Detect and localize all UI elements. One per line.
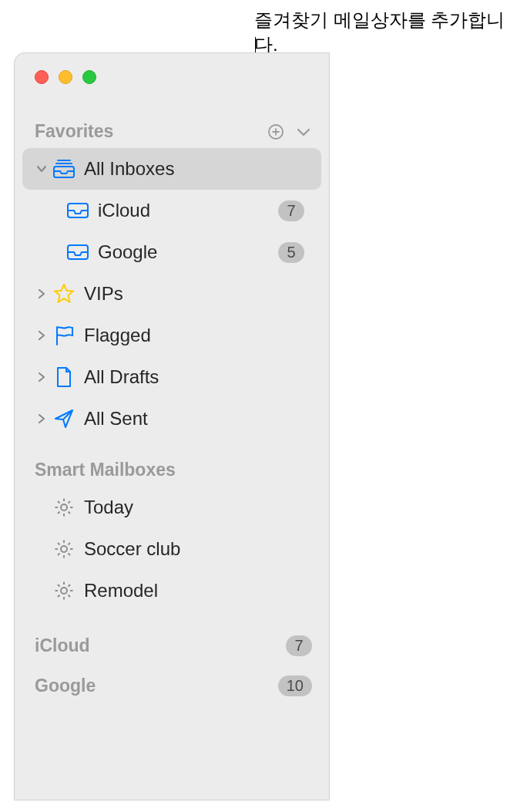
mail-sidebar-window: Favorites <box>14 52 330 800</box>
chevron-down-icon <box>37 165 46 173</box>
fullscreen-window-button[interactable] <box>82 70 96 84</box>
sidebar-item-label: Google <box>98 241 278 263</box>
sidebar-item-label: Soccer club <box>84 538 304 560</box>
unread-badge: 5 <box>278 242 304 263</box>
close-window-button[interactable] <box>35 70 49 84</box>
star-icon <box>50 283 78 305</box>
smart-mailboxes-header: Smart Mailboxes <box>15 453 329 487</box>
minimize-window-button[interactable] <box>59 70 72 84</box>
svg-point-26 <box>61 588 67 594</box>
favorites-title: Favorites <box>35 121 113 142</box>
sidebar-item-flagged[interactable]: Flagged <box>22 315 321 356</box>
svg-point-8 <box>61 504 67 510</box>
unread-badge: 7 <box>278 200 304 221</box>
svg-line-32 <box>69 595 71 598</box>
svg-line-24 <box>69 543 71 545</box>
sidebar: Favorites <box>15 84 329 706</box>
sidebar-item-all-sent[interactable]: All Sent <box>22 398 321 440</box>
gear-icon <box>50 539 78 559</box>
gear-icon <box>50 497 78 517</box>
sidebar-item-label: Remodel <box>84 580 304 601</box>
svg-line-14 <box>69 512 71 514</box>
callout-text: 즐겨찾기 메일상자를 추가합니다. <box>254 8 527 57</box>
sidebar-item-label: All Drafts <box>84 366 304 388</box>
account-icloud[interactable]: iCloud 7 <box>15 625 329 665</box>
svg-line-34 <box>58 595 60 598</box>
sidebar-item-label: All Sent <box>84 408 304 430</box>
svg-line-25 <box>58 554 60 556</box>
svg-point-17 <box>61 546 67 552</box>
chevron-down-icon <box>297 127 310 136</box>
svg-line-15 <box>69 501 71 504</box>
add-favorite-button[interactable] <box>266 122 286 142</box>
svg-line-13 <box>58 501 60 504</box>
sidebar-item-all-inboxes[interactable]: All Inboxes <box>22 148 321 190</box>
document-icon <box>50 366 78 388</box>
account-google[interactable]: Google 10 <box>15 665 329 706</box>
gear-icon <box>50 581 78 601</box>
window-controls <box>15 53 329 84</box>
sidebar-item-google-inbox[interactable]: Google 5 <box>22 231 321 273</box>
favorites-header: Favorites <box>15 115 329 148</box>
disclosure-toggle[interactable] <box>33 289 50 298</box>
sidebar-item-label: Flagged <box>84 325 304 346</box>
svg-line-22 <box>58 543 60 545</box>
account-label: iCloud <box>35 635 286 656</box>
sidebar-item-label: Today <box>84 497 304 518</box>
sidebar-item-all-drafts[interactable]: All Drafts <box>22 356 321 398</box>
sidebar-item-icloud-inbox[interactable]: iCloud 7 <box>22 190 321 231</box>
sidebar-item-today[interactable]: Today <box>22 487 321 528</box>
unread-badge: 7 <box>286 635 312 656</box>
svg-line-23 <box>69 554 71 556</box>
chevron-right-icon <box>38 331 45 340</box>
favorites-chevron-button[interactable] <box>294 122 314 142</box>
disclosure-toggle[interactable] <box>33 165 50 173</box>
disclosure-toggle[interactable] <box>33 331 50 340</box>
inbox-icon <box>64 202 92 219</box>
disclosure-toggle[interactable] <box>33 372 50 382</box>
chevron-right-icon <box>38 289 45 298</box>
sidebar-item-remodel[interactable]: Remodel <box>22 570 321 612</box>
sidebar-item-vips[interactable]: VIPs <box>22 273 321 315</box>
disclosure-toggle[interactable] <box>33 414 50 423</box>
chevron-right-icon <box>38 414 45 423</box>
sidebar-item-label: All Inboxes <box>84 158 304 180</box>
flag-icon <box>50 325 78 346</box>
svg-line-31 <box>58 585 60 587</box>
paper-plane-icon <box>50 408 78 430</box>
plus-circle-icon <box>267 123 284 140</box>
sidebar-item-label: VIPs <box>84 283 304 305</box>
svg-line-16 <box>58 512 60 514</box>
chevron-right-icon <box>38 372 45 382</box>
smart-mailboxes-title: Smart Mailboxes <box>35 460 176 480</box>
mailbox-stack-icon <box>50 159 78 179</box>
unread-badge: 10 <box>278 676 312 696</box>
svg-line-33 <box>69 585 71 587</box>
account-label: Google <box>35 676 278 696</box>
sidebar-item-label: iCloud <box>98 200 278 221</box>
sidebar-item-soccer-club[interactable]: Soccer club <box>22 528 321 570</box>
inbox-icon <box>64 244 92 261</box>
